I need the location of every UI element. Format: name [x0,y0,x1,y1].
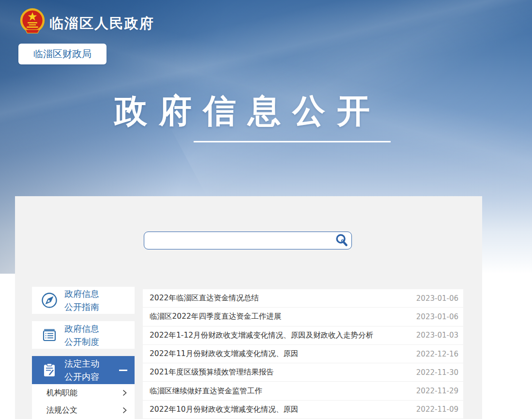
list-item[interactable]: 2022年临淄区直达资金情况总结 2023-01-06 [143,289,463,308]
search-bar [144,232,352,249]
subitem-label: 法规公文 [46,405,77,416]
article-title[interactable]: 2022年10月份财政收支增减变化情况、原因 [150,404,298,415]
article-date: 2023-01-06 [416,312,458,321]
article-title[interactable]: 2022年临淄区直达资金情况总结 [150,293,258,303]
sidebar-submenu: 机构职能 法规公文 [32,384,135,419]
search-button[interactable] [334,233,350,248]
article-date: 2022-12-16 [416,350,458,358]
list-item[interactable]: 2022年1-12月份财政收支增减变化情况、原因及财政收入走势分析 2023-0… [143,326,463,345]
sidebar-label-line1: 法定主动 [64,357,99,370]
collapse-minus-icon[interactable] [119,370,127,371]
list-item[interactable]: 2021年度区级预算绩效管理结果报告 2022-11-30 [143,363,463,382]
chevron-right-icon [122,407,127,414]
ledger-icon [41,327,58,343]
article-title[interactable]: 2022年11月份财政收支增减变化情况、原因 [150,349,298,359]
compass-icon [41,292,58,309]
subitem-label: 机构职能 [46,388,77,398]
sidebar-label-line2: 公开制度 [64,335,99,348]
list-item[interactable]: 2022年11月份财政收支增减变化情况、原因 2022-12-16 [143,345,463,363]
sidebar-item-gov-info-guide[interactable]: 政府信息 公开指南 [32,287,135,314]
sidebar-item-gov-info-system[interactable]: 政府信息 公开制度 [32,321,135,349]
chevron-right-icon [122,389,127,396]
sidebar-subitem-regulations[interactable]: 法规公文 [32,402,135,419]
list-item[interactable]: 临淄区继续做好直达资金监管工作 2022-11-29 [143,382,463,400]
national-emblem-icon [19,8,46,35]
article-date: 2022-11-09 [416,405,458,414]
article-date: 2023-01-06 [416,294,458,303]
clipboard-pencil-icon [41,362,58,378]
article-title[interactable]: 2021年度区级预算绩效管理结果报告 [150,367,274,377]
article-title[interactable]: 临淄区2022年四季度直达资金工作进展 [150,311,281,322]
article-list: 2022年临淄区直达资金情况总结 2023-01-06 临淄区2022年四季度直… [143,289,463,419]
list-item[interactable]: 临淄区2022年四季度直达资金工作进展 2023-01-06 [143,308,463,326]
sidebar-label-line1: 政府信息 [64,287,99,300]
article-date: 2022-11-30 [416,368,458,377]
bureau-badge-button[interactable]: 临淄区财政局 [18,44,106,64]
title-underline [194,141,391,142]
sidebar-item-statutory-disclosure[interactable]: 法定主动 公开内容 [32,356,135,384]
page-title: 政府信息公开 [0,89,484,133]
sidebar-label-line1: 政府信息 [64,322,99,335]
search-input[interactable] [144,232,332,248]
sidebar-label-line2: 公开内容 [64,370,99,383]
article-title[interactable]: 临淄区继续做好直达资金监管工作 [150,386,262,396]
sidebar-subitem-agency-functions[interactable]: 机构职能 [32,384,135,402]
search-icon [334,233,349,248]
article-date: 2022-11-29 [416,387,458,395]
site-title: 临淄区人民政府 [49,14,154,33]
sidebar-label-line2: 公开指南 [64,300,99,313]
list-item[interactable]: 2022年10月份财政收支增减变化情况、原因 2022-11-09 [143,401,463,419]
article-title[interactable]: 2022年1-12月份财政收支增减变化情况、原因及财政收入走势分析 [150,330,373,341]
article-date: 2023-01-03 [416,331,458,340]
